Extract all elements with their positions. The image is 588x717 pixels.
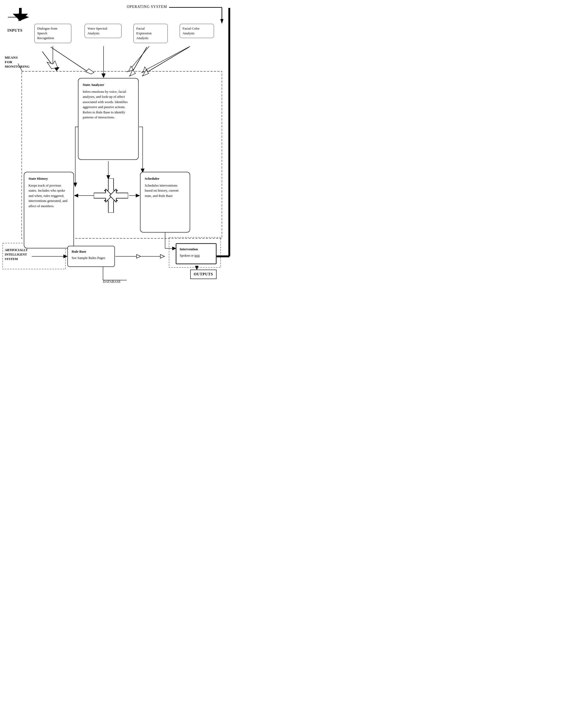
svg-line-47 <box>51 47 90 74</box>
svg-line-15 <box>144 46 190 71</box>
svg-marker-29 <box>74 194 78 198</box>
ai-system-label: ARTIFICIALLY INTELLIGENT SYSTEM <box>5 248 31 261</box>
inputs-label: INPUTS <box>7 28 22 33</box>
facial-expression-box: Facial Expression Analysis <box>133 24 168 43</box>
svg-marker-46 <box>13 8 28 21</box>
svg-marker-8 <box>54 67 59 71</box>
svg-marker-14 <box>127 66 133 72</box>
state-history-body: Keeps track of previous states. Includes… <box>28 183 69 209</box>
state-history-box: State History Keeps track of previous st… <box>24 172 74 248</box>
scheduler-box: Scheduler Schedules interventions based … <box>140 172 190 232</box>
database-label: DATABASE <box>103 280 121 284</box>
svg-marker-38 <box>63 254 68 258</box>
rule-base-box: Rule Base See Sample Rules Pages <box>67 246 115 267</box>
svg-marker-52 <box>142 70 149 76</box>
svg-line-13 <box>129 46 149 70</box>
intervention-box: Intervention Spoken or text <box>176 243 216 264</box>
svg-marker-6 <box>19 13 29 21</box>
svg-marker-34 <box>136 254 141 258</box>
svg-marker-2 <box>220 19 224 24</box>
svg-line-51 <box>144 47 189 74</box>
svg-marker-50 <box>129 70 135 76</box>
svg-marker-10 <box>47 61 58 69</box>
intervention-title: Intervention <box>180 247 213 252</box>
svg-marker-36 <box>160 254 165 258</box>
svg-marker-16 <box>141 67 147 73</box>
rule-base-title: Rule Base <box>71 249 111 254</box>
scheduler-body: Schedules interventions based on history… <box>145 183 185 199</box>
facial-color-box: Facial Color Analysis <box>180 24 214 38</box>
svg-marker-22 <box>74 183 77 187</box>
svg-marker-27 <box>136 194 140 198</box>
os-label: OPERATING SYSTEM <box>127 5 167 9</box>
means-for-monitoring-label: MEANS FOR MONITORING <box>5 56 26 69</box>
state-analyzer-title: State Analyzer <box>83 82 134 87</box>
intervention-body: Spoken or text <box>180 253 213 258</box>
state-analyzer-body: Infers emotions by voice, facial analyse… <box>83 89 134 120</box>
voice-spectral-box: Voice Spectral Analysis <box>85 24 122 38</box>
four-dir-arrow <box>94 178 128 213</box>
rule-base-body: See Sample Rules Pages <box>71 255 111 261</box>
svg-marker-48 <box>86 69 94 74</box>
outputs-box: OUTPUTS <box>190 270 216 279</box>
scheduler-title: Scheduler <box>145 176 185 181</box>
state-analyzer-box: State Analyzer Infers emotions by voice,… <box>78 78 139 160</box>
dialogue-box: Dialogue from Speech Recognition <box>34 24 71 43</box>
svg-marker-12 <box>101 74 106 78</box>
svg-line-49 <box>131 47 147 74</box>
svg-line-7 <box>42 52 57 71</box>
state-history-title: State History <box>28 176 69 181</box>
